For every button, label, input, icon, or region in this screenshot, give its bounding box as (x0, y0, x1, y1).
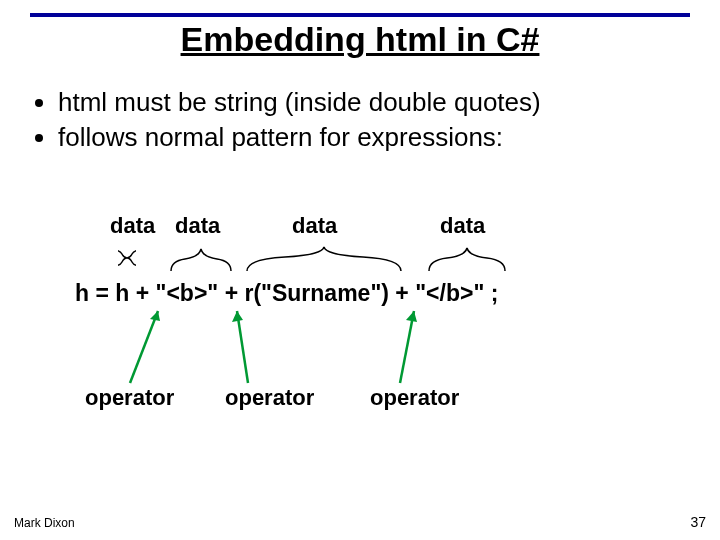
svg-marker-5 (406, 311, 417, 322)
operator-label: operator (370, 385, 459, 411)
footer-author: Mark Dixon (14, 516, 75, 530)
brace-icon (118, 243, 136, 273)
bullet-list: html must be string (inside double quote… (30, 85, 690, 155)
code-expression: h = h + "<b>" + r("Surname") + "</b>" ; (75, 280, 498, 307)
arrow-icon (210, 305, 270, 385)
data-label: data (175, 213, 220, 239)
operator-label: operator (85, 385, 174, 411)
slide-title: Embedding html in C# (0, 20, 720, 59)
diagram-area: data data data data h = h + "<b>" + r("S… (30, 195, 690, 465)
data-label: data (110, 213, 155, 239)
svg-marker-1 (150, 311, 160, 321)
bullet-item: html must be string (inside double quote… (58, 85, 690, 120)
svg-line-0 (130, 311, 158, 383)
svg-line-2 (237, 311, 248, 383)
brace-icon (170, 243, 232, 273)
brace-icon (246, 243, 402, 273)
arrow-icon (360, 305, 430, 385)
svg-line-4 (400, 311, 414, 383)
brace-icon (428, 243, 506, 273)
top-rule (30, 13, 690, 17)
page-number: 37 (690, 514, 706, 530)
bullet-item: follows normal pattern for expressions: (58, 120, 690, 155)
operator-label: operator (225, 385, 314, 411)
svg-marker-3 (232, 311, 243, 322)
data-label: data (292, 213, 337, 239)
data-label: data (440, 213, 485, 239)
arrow-icon (110, 305, 180, 385)
